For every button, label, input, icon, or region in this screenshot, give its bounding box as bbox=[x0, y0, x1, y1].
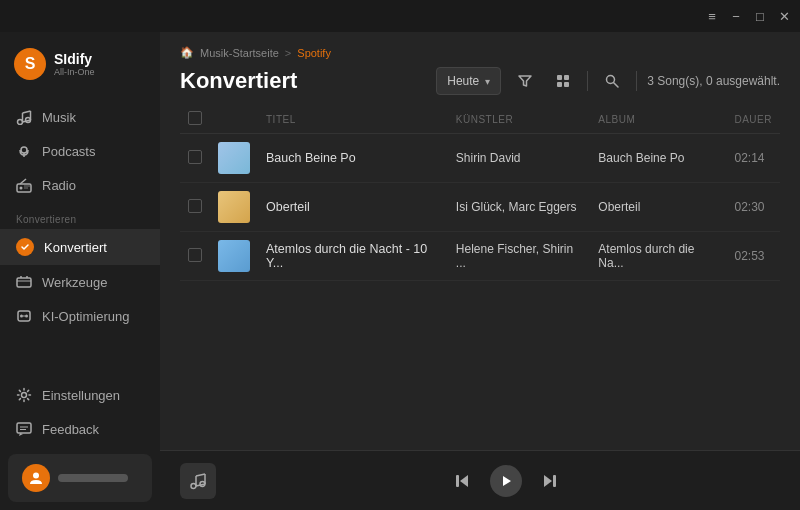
track-thumbnail bbox=[218, 191, 250, 223]
user-name-placeholder bbox=[58, 474, 128, 482]
podcasts-label: Podcasts bbox=[42, 144, 95, 159]
werkzeuge-icon bbox=[16, 274, 32, 290]
svg-rect-27 bbox=[557, 75, 562, 80]
musik-label: Musik bbox=[42, 110, 76, 125]
window-controls: ≡ − □ ✕ bbox=[704, 8, 792, 24]
svg-marker-39 bbox=[460, 475, 468, 487]
track-title: Oberteil bbox=[266, 200, 310, 214]
col-album: ALBUM bbox=[590, 105, 726, 134]
app-subtitle: All-In-One bbox=[54, 67, 95, 77]
close-button[interactable]: ✕ bbox=[776, 8, 792, 24]
select-all-checkbox[interactable] bbox=[188, 111, 202, 125]
breadcrumb-home-label[interactable]: Musik-Startseite bbox=[200, 47, 279, 59]
feedback-icon bbox=[16, 421, 32, 437]
dropdown-arrow-icon: ▾ bbox=[485, 76, 490, 87]
sidebar-item-podcasts[interactable]: Podcasts bbox=[0, 134, 160, 168]
musik-icon bbox=[16, 109, 32, 125]
sidebar-item-radio[interactable]: Radio bbox=[0, 168, 160, 202]
tracks-table: TITEL KÜNSTLER ALBUM DAUER Bauch Beine P… bbox=[180, 105, 780, 281]
grid-icon-btn[interactable] bbox=[549, 67, 577, 95]
col-title: TITEL bbox=[258, 105, 448, 134]
table-row[interactable]: Bauch Beine Po Shirin David Bauch Beine … bbox=[180, 134, 780, 183]
player-controls bbox=[232, 465, 780, 497]
titlebar: ≡ − □ ✕ bbox=[0, 0, 800, 32]
maximize-button[interactable]: □ bbox=[752, 8, 768, 24]
svg-marker-26 bbox=[519, 76, 531, 86]
search-icon-btn[interactable] bbox=[598, 67, 626, 95]
sidebar-item-feedback[interactable]: Feedback bbox=[0, 412, 160, 446]
next-button[interactable] bbox=[542, 473, 558, 489]
podcasts-icon bbox=[16, 143, 32, 159]
radio-icon bbox=[16, 177, 32, 193]
breadcrumb-separator: > bbox=[285, 47, 291, 59]
table-header: TITEL KÜNSTLER ALBUM DAUER bbox=[180, 105, 780, 134]
col-duration: DAUER bbox=[726, 105, 780, 134]
page-title-row: Konvertiert Heute ▾ bbox=[180, 67, 780, 95]
user-avatar bbox=[22, 464, 50, 492]
filter-dropdown[interactable]: Heute ▾ bbox=[436, 67, 501, 95]
track-title: Bauch Beine Po bbox=[266, 151, 356, 165]
filter-icon-btn[interactable] bbox=[511, 67, 539, 95]
song-count: 3 Song(s), 0 ausgewählt. bbox=[647, 74, 780, 88]
app-name: SIdify bbox=[54, 51, 95, 68]
row-checkbox[interactable] bbox=[188, 150, 202, 164]
track-duration: 02:30 bbox=[734, 200, 764, 214]
ki-icon bbox=[16, 308, 32, 324]
svg-rect-22 bbox=[17, 423, 31, 433]
svg-point-21 bbox=[22, 393, 27, 398]
prev-button[interactable] bbox=[454, 473, 470, 489]
breadcrumb: 🏠 Musik-Startseite > Spotify bbox=[180, 46, 780, 59]
svg-marker-41 bbox=[503, 476, 511, 486]
play-button[interactable] bbox=[490, 465, 522, 497]
svg-point-18 bbox=[20, 315, 23, 318]
svg-point-6 bbox=[21, 147, 27, 153]
row-checkbox[interactable] bbox=[188, 248, 202, 262]
logo-text: SIdify All-In-One bbox=[54, 51, 95, 78]
track-album: Oberteil bbox=[598, 200, 640, 214]
ki-label: KI-Optimierung bbox=[42, 309, 129, 324]
row-checkbox[interactable] bbox=[188, 199, 202, 213]
player-bar bbox=[160, 450, 800, 510]
content-header: 🏠 Musik-Startseite > Spotify Konvertiert… bbox=[160, 32, 800, 105]
track-album: Bauch Beine Po bbox=[598, 151, 684, 165]
music-note-icon bbox=[180, 463, 216, 499]
sidebar-item-konvertiert[interactable]: Konvertiert bbox=[0, 229, 160, 265]
app-layout: S SIdify All-In-One bbox=[0, 32, 800, 510]
vertical-divider bbox=[587, 71, 588, 91]
user-profile[interactable] bbox=[8, 454, 152, 502]
breadcrumb-current: Spotify bbox=[297, 47, 331, 59]
radio-label: Radio bbox=[42, 178, 76, 193]
track-thumbnail bbox=[218, 142, 250, 174]
konvertiert-label: Konvertiert bbox=[44, 240, 107, 255]
sidebar-item-werkzeuge[interactable]: Werkzeuge bbox=[0, 265, 160, 299]
page-title: Konvertiert bbox=[180, 68, 297, 94]
svg-rect-43 bbox=[553, 475, 556, 487]
track-album: Atemlos durch die Na... bbox=[598, 242, 694, 270]
konvertiert-icon bbox=[16, 238, 34, 256]
svg-rect-13 bbox=[17, 278, 31, 287]
track-duration: 02:14 bbox=[734, 151, 764, 165]
app-logo: S SIdify All-In-One bbox=[0, 32, 160, 100]
table-row[interactable]: Atemlos durch die Nacht - 10 Y... Helene… bbox=[180, 232, 780, 281]
track-thumbnail bbox=[218, 240, 250, 272]
menu-button[interactable]: ≡ bbox=[704, 8, 720, 24]
minimize-button[interactable]: − bbox=[728, 8, 744, 24]
track-artist: Isi Glück, Marc Eggers bbox=[456, 200, 577, 214]
main-content: 🏠 Musik-Startseite > Spotify Konvertiert… bbox=[160, 32, 800, 510]
svg-marker-42 bbox=[544, 475, 552, 487]
sidebar: S SIdify All-In-One bbox=[0, 32, 160, 510]
sidebar-item-ki-optimierung[interactable]: KI-Optimierung bbox=[0, 299, 160, 333]
track-artist: Shirin David bbox=[456, 151, 521, 165]
svg-rect-28 bbox=[564, 75, 569, 80]
sidebar-item-einstellungen[interactable]: Einstellungen bbox=[0, 378, 160, 412]
track-duration: 02:53 bbox=[734, 249, 764, 263]
table-row[interactable]: Oberteil Isi Glück, Marc Eggers Oberteil… bbox=[180, 183, 780, 232]
col-artist: KÜNSTLER bbox=[448, 105, 591, 134]
sidebar-item-musik[interactable]: Musik bbox=[0, 100, 160, 134]
feedback-label: Feedback bbox=[42, 422, 99, 437]
einstellungen-label: Einstellungen bbox=[42, 388, 120, 403]
breadcrumb-home-icon: 🏠 bbox=[180, 46, 194, 59]
header-controls: Heute ▾ bbox=[436, 67, 780, 95]
filter-label: Heute bbox=[447, 74, 479, 88]
konvertieren-section-label: Konvertieren bbox=[0, 202, 160, 229]
